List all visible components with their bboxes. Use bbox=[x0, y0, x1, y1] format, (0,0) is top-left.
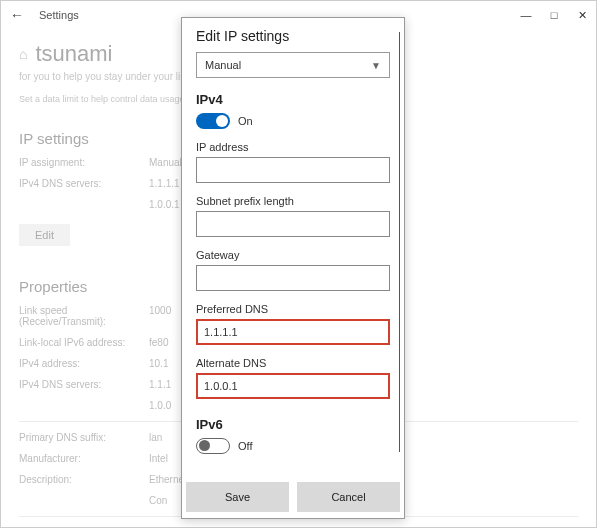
dialog-title: Edit IP settings bbox=[196, 28, 390, 44]
minimize-button[interactable]: — bbox=[512, 1, 540, 29]
ip-address-label: IP address bbox=[196, 141, 390, 153]
preferred-dns-label: Preferred DNS bbox=[196, 303, 390, 315]
network-name: tsunami bbox=[35, 41, 112, 67]
chevron-down-icon: ▼ bbox=[371, 60, 381, 71]
alternate-dns-label: Alternate DNS bbox=[196, 357, 390, 369]
ip-assignment-label: IP assignment: bbox=[19, 157, 149, 168]
ipv6-toggle[interactable] bbox=[196, 438, 230, 454]
ipv4-dns-servers-label: IPv4 DNS servers: bbox=[19, 379, 149, 390]
edit-button[interactable]: Edit bbox=[19, 224, 70, 246]
manufacturer-label: Manufacturer: bbox=[19, 453, 149, 464]
link-local-label: Link-local IPv6 address: bbox=[19, 337, 149, 348]
home-icon: ⌂ bbox=[19, 46, 27, 62]
gateway-label: Gateway bbox=[196, 249, 390, 261]
ipv4-toggle[interactable] bbox=[196, 113, 230, 129]
ipv4-dns-value2: 1.0.0.1 bbox=[149, 199, 180, 210]
description-label: Description: bbox=[19, 474, 149, 485]
ipv4-heading: IPv4 bbox=[196, 92, 390, 107]
ipv6-toggle-label: Off bbox=[238, 440, 252, 452]
window-title: Settings bbox=[39, 9, 79, 21]
ip-mode-select[interactable]: Manual ▼ bbox=[196, 52, 390, 78]
primary-dns-label: Primary DNS suffix: bbox=[19, 432, 149, 443]
preferred-dns-input[interactable] bbox=[196, 319, 390, 345]
ipv4-dns-label: IPv4 DNS servers: bbox=[19, 178, 149, 189]
ip-mode-selected: Manual bbox=[205, 59, 241, 71]
ipv6-heading: IPv6 bbox=[196, 417, 390, 432]
link-speed-label: Link speed (Receive/Transmit): bbox=[19, 305, 149, 327]
settings-window: ← Settings — □ ✕ ⌂ tsunami for you to he… bbox=[0, 0, 597, 528]
cancel-button[interactable]: Cancel bbox=[297, 482, 400, 512]
back-button[interactable]: ← bbox=[7, 7, 27, 23]
ipv4-toggle-label: On bbox=[238, 115, 253, 127]
close-button[interactable]: ✕ bbox=[568, 1, 596, 29]
ip-assignment-value: Manual bbox=[149, 157, 182, 168]
subnet-prefix-input[interactable] bbox=[196, 211, 390, 237]
ip-address-input[interactable] bbox=[196, 157, 390, 183]
save-button[interactable]: Save bbox=[186, 482, 289, 512]
gateway-input[interactable] bbox=[196, 265, 390, 291]
subnet-prefix-label: Subnet prefix length bbox=[196, 195, 390, 207]
alternate-dns-input[interactable] bbox=[196, 373, 390, 399]
ipv4-dns-value: 1.1.1.1 bbox=[149, 178, 180, 189]
ipv4-address-label: IPv4 address: bbox=[19, 358, 149, 369]
edit-ip-settings-dialog: Edit IP settings Manual ▼ IPv4 On IP add… bbox=[181, 17, 405, 519]
maximize-button[interactable]: □ bbox=[540, 1, 568, 29]
scrollbar[interactable] bbox=[399, 32, 400, 452]
